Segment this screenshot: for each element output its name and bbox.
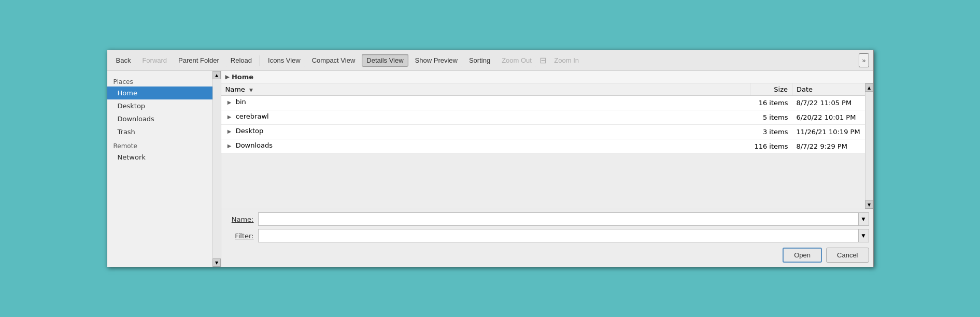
table-row[interactable]: ▶ Downloads 116 items 8/7/22 9:29 PM: [221, 139, 865, 154]
details-view-button[interactable]: Details View: [362, 54, 408, 67]
forward-button[interactable]: Forward: [137, 54, 172, 67]
sidebar-scroll-track[interactable]: [213, 79, 221, 258]
file-table-body: ▶ bin 16 items 8/7/22 11:05 PM ▶ cerebra…: [221, 96, 865, 154]
show-preview-button[interactable]: Show Preview: [410, 54, 462, 67]
table-row[interactable]: ▶ cerebrawl 5 items 6/20/22 10:01 PM: [221, 110, 865, 125]
row-size: 116 items: [750, 139, 792, 154]
name-input[interactable]: [262, 215, 854, 223]
row-date: 11/26/21 10:19 PM: [792, 125, 865, 139]
sidebar-item-home[interactable]: Home: [107, 87, 212, 99]
sidebar-item-network[interactable]: Network: [107, 151, 212, 164]
file-scroll-track[interactable]: [865, 92, 873, 200]
col-header-date[interactable]: Date: [792, 83, 865, 96]
zoom-icon: ⊟: [538, 55, 547, 65]
sidebar-item-downloads[interactable]: Downloads: [107, 112, 212, 125]
icons-view-button[interactable]: Icons View: [263, 54, 305, 67]
filter-input[interactable]: [262, 232, 854, 240]
table-row[interactable]: ▶ bin 16 items 8/7/22 11:05 PM: [221, 96, 865, 110]
file-scroll-down[interactable]: ▼: [865, 200, 873, 209]
file-area: ▶ Home Name ▼ Size: [221, 71, 873, 267]
file-table-scrollbar[interactable]: ▲ ▼: [865, 83, 873, 209]
open-button[interactable]: Open: [783, 248, 822, 263]
sidebar: Places Home Desktop Downloads Trash Remo…: [107, 71, 221, 267]
filter-dropdown-arrow[interactable]: ▼: [858, 229, 869, 242]
sorting-button[interactable]: Sorting: [464, 54, 495, 67]
parent-folder-button[interactable]: Parent Folder: [174, 54, 224, 67]
row-size: 3 items: [750, 125, 792, 139]
col-header-size[interactable]: Size: [750, 83, 792, 96]
button-row: Open Cancel: [225, 246, 869, 264]
row-date: 8/7/22 11:05 PM: [792, 96, 865, 110]
filter-label: Filter:: [225, 232, 254, 240]
row-expander-icon[interactable]: ▶: [225, 143, 234, 151]
row-date: 8/7/22 9:29 PM: [792, 139, 865, 154]
reload-button[interactable]: Reload: [226, 54, 257, 67]
bottom-controls: Name: ▼ Filter: ▼: [221, 209, 873, 267]
row-size: 5 items: [750, 110, 792, 125]
file-dialog: Back Forward Parent Folder Reload Icons …: [107, 50, 874, 267]
overflow-button[interactable]: »: [859, 53, 869, 67]
row-date: 6/20/22 10:01 PM: [792, 110, 865, 125]
row-size: 16 items: [750, 96, 792, 110]
zoom-in-button[interactable]: Zoom In: [549, 54, 584, 67]
file-scroll-up[interactable]: ▲: [865, 83, 873, 92]
row-expander-icon[interactable]: ▶: [225, 128, 234, 137]
table-header-row: Name ▼ Size Date: [221, 83, 865, 96]
file-table-container: Name ▼ Size Date: [221, 83, 873, 209]
cancel-button[interactable]: Cancel: [826, 248, 869, 263]
breadcrumb-path: Home: [232, 73, 253, 81]
sidebar-item-desktop[interactable]: Desktop: [107, 99, 212, 112]
table-row[interactable]: ▶ Desktop 3 items 11/26/21 10:19 PM: [221, 125, 865, 139]
remote-section-label: Remote: [107, 138, 212, 151]
main-content: Places Home Desktop Downloads Trash Remo…: [107, 71, 873, 267]
col-header-name[interactable]: Name ▼: [221, 83, 750, 96]
breadcrumb-expand-icon[interactable]: ▶: [225, 74, 230, 80]
sidebar-scrollbar[interactable]: ▲ ▼: [212, 71, 221, 267]
sidebar-item-trash[interactable]: Trash: [107, 125, 212, 138]
compact-view-button[interactable]: Compact View: [307, 54, 360, 67]
name-input-wrapper[interactable]: ▼: [258, 212, 869, 226]
row-expander-icon[interactable]: ▶: [225, 99, 234, 108]
name-label: Name:: [225, 215, 254, 223]
zoom-out-button[interactable]: Zoom Out: [497, 54, 536, 67]
name-dropdown-arrow[interactable]: ▼: [858, 213, 869, 225]
filter-input-wrapper[interactable]: ▼: [258, 229, 869, 242]
file-table: Name ▼ Size Date: [221, 83, 865, 154]
row-expander-icon[interactable]: ▶: [225, 114, 234, 122]
name-field-row: Name: ▼: [225, 212, 869, 226]
filter-field-row: Filter: ▼: [225, 229, 869, 242]
sidebar-scroll-up[interactable]: ▲: [212, 71, 221, 79]
toolbar: Back Forward Parent Folder Reload Icons …: [107, 50, 873, 71]
places-section-label: Places: [107, 74, 212, 87]
sort-arrow-icon: ▼: [249, 88, 253, 93]
back-button[interactable]: Back: [111, 54, 136, 67]
sidebar-scroll-down[interactable]: ▼: [212, 258, 221, 267]
breadcrumb: ▶ Home: [221, 71, 873, 83]
toolbar-separator-1: [260, 55, 260, 66]
